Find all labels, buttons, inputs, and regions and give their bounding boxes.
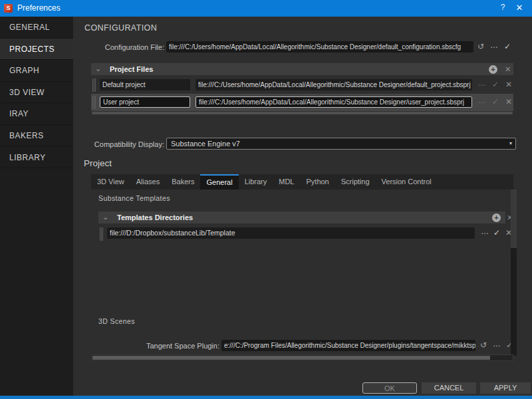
confirm-icon[interactable]: ✓ bbox=[491, 79, 500, 90]
project-files-panel: ⌄ Project Files + ✕ Default project file… bbox=[91, 63, 513, 115]
project-tabs: 3D View Aliases Bakers General Library M… bbox=[91, 174, 513, 190]
confirm-icon[interactable]: ✓ bbox=[503, 41, 512, 53]
browse-button[interactable]: … bbox=[477, 78, 486, 89]
vertical-scrollbar-thumb[interactable] bbox=[511, 190, 517, 248]
templates-directories-panel: ⌄ Templates Directories + ✕ file:///D:/D… bbox=[98, 211, 505, 242]
add-project-file-button[interactable]: + bbox=[489, 65, 497, 74]
project-path-input[interactable]: file:///C:/Users/home/AppData/Local/Alle… bbox=[196, 96, 472, 108]
remove-icon[interactable]: ✕ bbox=[504, 96, 513, 108]
tab-version-control[interactable]: Version Control bbox=[376, 174, 438, 190]
sidebar: GENERAL PROJECTS GRAPH 3D VIEW IRAY BAKE… bbox=[0, 17, 73, 396]
project-heading: Project bbox=[84, 158, 112, 168]
tab-library[interactable]: Library bbox=[239, 174, 273, 190]
configuration-file-input[interactable]: file:///C:/Users/home/AppData/Local/Alle… bbox=[166, 41, 473, 53]
help-button[interactable]: ? bbox=[497, 3, 508, 12]
project-name-input[interactable]: Default project bbox=[100, 79, 190, 90]
tab-mdl[interactable]: MDL bbox=[273, 174, 300, 190]
tangent-space-plugin-label: Tangent Space Plugin: bbox=[86, 342, 219, 350]
project-file-row-selected: User project file:///C:/Users/home/AppDa… bbox=[91, 94, 513, 111]
remove-icon[interactable]: ✕ bbox=[504, 79, 513, 90]
compatibility-display-value: Substance Engine v7 bbox=[171, 138, 240, 149]
sidebar-item-graph[interactable]: GRAPH bbox=[0, 60, 73, 82]
chevron-down-icon: ▾ bbox=[509, 138, 512, 149]
drag-handle[interactable] bbox=[92, 78, 96, 92]
project-name-input[interactable]: User project bbox=[100, 96, 190, 108]
preferences-window: S Preferences ? ✕ GENERAL PROJECTS GRAPH… bbox=[0, 0, 532, 399]
bottom-accent-strip bbox=[0, 396, 532, 399]
horizontal-scrollbar-thumb[interactable] bbox=[92, 356, 490, 360]
confirm-icon[interactable]: ✓ bbox=[492, 227, 501, 239]
3d-scenes-label: 3D Scenes bbox=[98, 317, 135, 325]
app-icon: S bbox=[4, 4, 13, 13]
window-close-button[interactable]: ✕ bbox=[513, 3, 525, 13]
project-path-input[interactable]: file:///C:/Users/home/AppData/Local/Alle… bbox=[196, 79, 472, 90]
configuration-file-label: Configuration File: bbox=[80, 43, 164, 51]
tab-python[interactable]: Python bbox=[300, 174, 334, 190]
horizontal-scrollbar[interactable] bbox=[92, 112, 513, 114]
apply-button[interactable]: APPLY bbox=[480, 382, 531, 394]
revert-icon[interactable]: ↺ bbox=[476, 41, 485, 53]
substance-templates-label: Substance Templates bbox=[98, 194, 170, 202]
vertical-scrollbar[interactable] bbox=[511, 190, 517, 356]
add-template-directory-button[interactable]: + bbox=[492, 213, 501, 222]
titlebar: S Preferences ? ✕ bbox=[0, 0, 532, 17]
horizontal-scrollbar[interactable] bbox=[91, 354, 513, 361]
ok-button[interactable]: OK bbox=[362, 382, 417, 394]
browse-button[interactable]: … bbox=[489, 40, 499, 51]
browse-button[interactable]: … bbox=[492, 338, 501, 350]
cancel-button[interactable]: CANCEL bbox=[422, 382, 476, 394]
compatibility-display-label: Compatibility Display: bbox=[80, 140, 164, 148]
chevron-down-icon[interactable]: ⌄ bbox=[95, 63, 101, 74]
revert-icon[interactable]: ↺ bbox=[479, 340, 488, 351]
tab-bakers[interactable]: Bakers bbox=[166, 174, 200, 190]
tab-scripting[interactable]: Scripting bbox=[335, 174, 376, 190]
confirm-icon[interactable]: ✓ bbox=[491, 96, 500, 108]
template-directory-row: file:///D:/Dropbox/substanceLib/Template… bbox=[98, 225, 513, 241]
sidebar-item-general[interactable]: GENERAL bbox=[0, 17, 73, 39]
templates-directories-title: Templates Directories bbox=[117, 211, 193, 223]
sidebar-item-3d-view[interactable]: 3D VIEW bbox=[0, 82, 73, 104]
close-icon[interactable]: ✕ bbox=[505, 64, 511, 74]
window-title: Preferences bbox=[17, 3, 61, 13]
sidebar-item-iray[interactable]: IRAY bbox=[0, 103, 73, 125]
tangent-space-plugin-input[interactable]: e:///C:/Program Files/Allegorithmic/Subs… bbox=[221, 340, 475, 351]
browse-button[interactable]: … bbox=[477, 95, 486, 106]
sidebar-item-projects[interactable]: PROJECTS bbox=[0, 39, 73, 61]
compatibility-display-select[interactable]: Substance Engine v7 ▾ bbox=[166, 138, 516, 150]
project-file-row: Default project file:///C:/Users/home/Ap… bbox=[91, 76, 513, 94]
chevron-down-icon[interactable]: ⌄ bbox=[102, 211, 108, 222]
project-files-title: Project Files bbox=[110, 63, 153, 75]
drag-handle[interactable] bbox=[92, 96, 96, 109]
project-files-header: ⌄ Project Files + ✕ bbox=[91, 63, 513, 75]
configuration-heading: CONFIGURATION bbox=[84, 23, 157, 33]
template-directory-input[interactable]: file:///D:/Dropbox/substanceLib/Template bbox=[107, 227, 475, 239]
tab-aliases[interactable]: Aliases bbox=[130, 174, 166, 190]
tab-general[interactable]: General bbox=[200, 174, 238, 190]
tab-3d-view[interactable]: 3D View bbox=[91, 174, 130, 190]
sidebar-item-library[interactable]: LIBRARY bbox=[0, 147, 73, 169]
drag-handle[interactable] bbox=[100, 227, 103, 241]
sidebar-item-bakers[interactable]: BAKERS bbox=[0, 125, 73, 147]
templates-directories-header: ⌄ Templates Directories + ✕ bbox=[98, 211, 505, 223]
browse-button[interactable]: … bbox=[480, 226, 489, 237]
